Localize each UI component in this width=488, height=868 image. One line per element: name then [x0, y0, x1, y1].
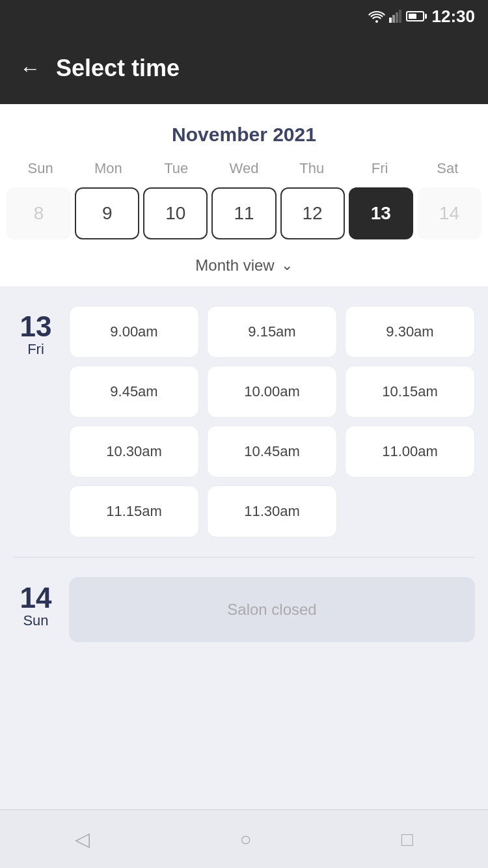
time-slot-1045[interactable]: 10.45am [207, 426, 337, 478]
svg-rect-3 [396, 12, 398, 23]
day-num-13: 13 [20, 312, 52, 341]
status-bar: 12:30 [0, 0, 488, 33]
time-slot-1130[interactable]: 11.30am [207, 485, 337, 537]
recent-nav-icon[interactable]: □ [401, 828, 413, 850]
day-num-14: 14 [20, 584, 52, 612]
day-label-14: 14 Sun [13, 577, 59, 642]
section-divider [13, 557, 475, 558]
weekday-sat: Sat [414, 156, 481, 181]
day-name-14: Sun [23, 612, 48, 629]
time-slot-930[interactable]: 9.30am [345, 306, 475, 358]
back-button[interactable]: ← [20, 58, 40, 79]
date-cell-10[interactable]: 10 [143, 187, 208, 239]
day-label-13: 13 Fri [13, 306, 59, 537]
wifi-icon [368, 10, 385, 23]
month-view-label: Month view [195, 256, 274, 275]
svg-point-0 [375, 20, 378, 23]
chevron-down-icon: ⌄ [281, 257, 293, 274]
home-nav-icon[interactable]: ○ [239, 828, 251, 850]
time-slot-915[interactable]: 9.15am [207, 306, 337, 358]
weekday-thu: Thu [278, 156, 346, 181]
weekday-sun: Sun [7, 156, 74, 181]
status-time: 12:30 [432, 7, 476, 27]
bottom-nav: ◁ ○ □ [0, 809, 488, 868]
signal-icon [389, 10, 402, 23]
date-cell-13[interactable]: 13 [349, 187, 413, 239]
salon-closed-slot: Salon closed [69, 577, 475, 642]
time-section: 13 Fri 9.00am 9.15am 9.30am 9.45am 10.00… [0, 286, 488, 809]
date-cell-12[interactable]: 12 [280, 187, 345, 239]
app-header: ← Select time [0, 33, 488, 104]
time-grid-13: 9.00am 9.15am 9.30am 9.45am 10.00am 10.1… [69, 306, 475, 537]
day-block-14: 14 Sun Salon closed [13, 577, 475, 642]
time-slot-1015[interactable]: 10.15am [345, 366, 475, 418]
month-view-toggle[interactable]: Month view ⌄ [0, 250, 488, 286]
date-cell-8[interactable]: 8 [7, 187, 71, 239]
svg-rect-1 [389, 18, 392, 23]
weekday-mon: Mon [74, 156, 142, 181]
svg-rect-4 [399, 10, 401, 23]
svg-rect-2 [392, 15, 395, 23]
time-slot-945[interactable]: 9.45am [69, 366, 199, 418]
time-slot-1000[interactable]: 10.00am [207, 366, 337, 418]
page-title: Select time [56, 55, 180, 82]
day-name-13: Fri [27, 341, 44, 358]
time-slot-1100[interactable]: 11.00am [345, 426, 475, 478]
date-row: 8 9 10 11 12 13 14 [0, 181, 488, 250]
time-slot-900[interactable]: 9.00am [69, 306, 199, 358]
status-icons: 12:30 [368, 7, 476, 27]
month-year-label: November 2021 [0, 117, 488, 156]
weekday-tue: Tue [142, 156, 210, 181]
date-cell-9[interactable]: 9 [75, 187, 139, 239]
battery-icon [406, 11, 424, 21]
back-nav-icon[interactable]: ◁ [75, 828, 90, 850]
day-block-13: 13 Fri 9.00am 9.15am 9.30am 9.45am 10.00… [13, 306, 475, 537]
weekday-fri: Fri [346, 156, 413, 181]
date-cell-11[interactable]: 11 [211, 187, 276, 239]
calendar-section: November 2021 Sun Mon Tue Wed Thu Fri Sa… [0, 104, 488, 286]
time-slot-1030[interactable]: 10.30am [69, 426, 199, 478]
weekday-wed: Wed [210, 156, 278, 181]
weekday-row: Sun Mon Tue Wed Thu Fri Sat [0, 156, 488, 181]
date-cell-14[interactable]: 14 [417, 187, 481, 239]
time-slot-1115[interactable]: 11.15am [69, 485, 199, 537]
